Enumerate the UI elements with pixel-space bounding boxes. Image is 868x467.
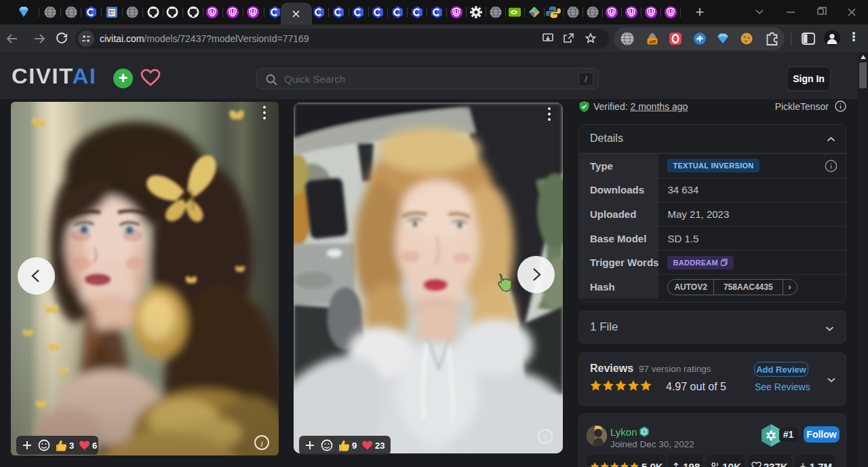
svg-text:off: off: [649, 39, 656, 45]
